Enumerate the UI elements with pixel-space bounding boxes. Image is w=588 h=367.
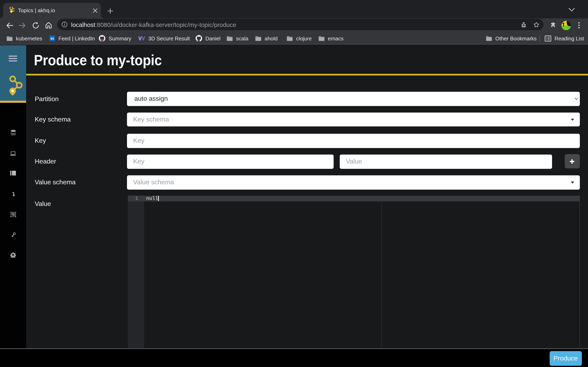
svg-text:in: in	[51, 36, 54, 41]
